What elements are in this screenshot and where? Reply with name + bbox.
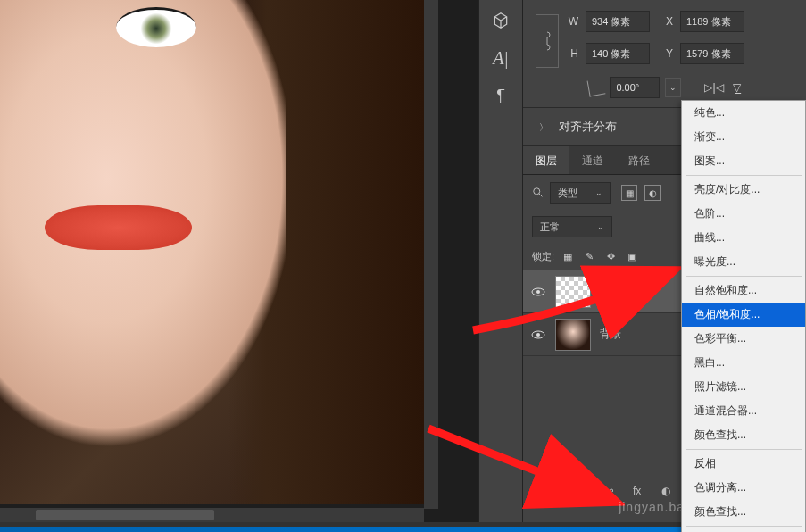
tab-paths[interactable]: 路径: [616, 146, 662, 174]
paragraph-icon[interactable]: ¶: [483, 79, 519, 112]
adjustment-context-menu: 纯色... 渐变... 图案... 亮度/对比度... 色阶... 曲线... …: [681, 100, 806, 532]
annotation-arrow: [464, 259, 687, 348]
annotation-arrow: [420, 411, 625, 518]
menu-color-balance[interactable]: 色彩平衡...: [682, 327, 805, 351]
y-input[interactable]: 1579 像素: [680, 43, 744, 64]
scrollbar-thumb[interactable]: [36, 510, 214, 520]
menu-curves[interactable]: 曲线...: [682, 226, 805, 250]
filter-kind-dropdown[interactable]: 类型⌄: [550, 182, 611, 204]
flip-vertical-icon[interactable]: ▽̲: [733, 81, 741, 94]
angle-input[interactable]: 0.00°: [610, 77, 660, 98]
menu-black-white[interactable]: 黑白...: [682, 351, 805, 375]
align-label: 对齐并分布: [559, 120, 617, 133]
height-input[interactable]: 140 像素: [586, 43, 650, 64]
flip-horizontal-icon[interactable]: ▷|◁: [704, 81, 723, 94]
x-input[interactable]: 1189 像素: [680, 11, 744, 32]
menu-invert-2[interactable]: 反相: [682, 528, 805, 532]
fx-icon[interactable]: fx: [633, 485, 649, 501]
mask-icon[interactable]: ◐: [661, 485, 677, 501]
document-image[interactable]: [0, 0, 424, 504]
menu-color-lookup-2[interactable]: 颜色查找...: [682, 500, 805, 524]
menu-separator: [686, 449, 802, 450]
scrollbar-horizontal[interactable]: [0, 508, 424, 522]
height-label: H: [562, 47, 578, 60]
menu-channel-mixer[interactable]: 通道混合器...: [682, 399, 805, 423]
width-label: W: [562, 15, 578, 28]
filter-pixel-icon[interactable]: ▦: [621, 185, 637, 201]
menu-separator: [686, 276, 802, 277]
menu-pattern[interactable]: 图案...: [682, 149, 805, 173]
tab-layers[interactable]: 图层: [523, 146, 569, 174]
menu-invert[interactable]: 反相: [682, 452, 805, 476]
menu-separator: [686, 175, 802, 176]
menu-vibrance[interactable]: 自然饱和度...: [682, 278, 805, 303]
menu-color-lookup[interactable]: 颜色查找...: [682, 423, 805, 447]
blend-mode-dropdown[interactable]: 正常⌄: [532, 216, 612, 237]
menu-photo-filter[interactable]: 照片滤镜...: [682, 375, 805, 399]
search-icon: [532, 187, 544, 199]
chevron-right-icon: 〉: [539, 122, 548, 132]
filter-adjust-icon[interactable]: ◐: [644, 185, 661, 201]
menu-posterize[interactable]: 色调分离...: [682, 476, 805, 500]
menu-hue-saturation[interactable]: 色相/饱和度...: [682, 303, 805, 327]
transform-section: W 934 像素 X 1189 像素 H 140 像素 Y 1579 像素 0.…: [523, 0, 806, 108]
menu-brightness-contrast[interactable]: 亮度/对比度...: [682, 178, 805, 202]
svg-point-0: [534, 188, 540, 195]
menu-solid-color[interactable]: 纯色...: [682, 101, 805, 125]
width-input[interactable]: 934 像素: [586, 11, 650, 32]
angle-icon: [587, 79, 606, 97]
menu-separator: [686, 526, 802, 527]
type-character-icon[interactable]: A|: [483, 41, 519, 75]
link-wh-icon[interactable]: [536, 14, 559, 68]
y-label: Y: [657, 47, 673, 60]
cube-3d-icon[interactable]: [483, 4, 519, 37]
menu-levels[interactable]: 色阶...: [682, 202, 805, 226]
angle-dropdown[interactable]: ⌄: [665, 78, 681, 97]
x-label: X: [657, 15, 673, 28]
menu-gradient[interactable]: 渐变...: [682, 125, 805, 149]
canvas-area: [0, 0, 478, 522]
menu-exposure[interactable]: 曝光度...: [682, 250, 805, 274]
tab-channels[interactable]: 通道: [569, 146, 616, 174]
